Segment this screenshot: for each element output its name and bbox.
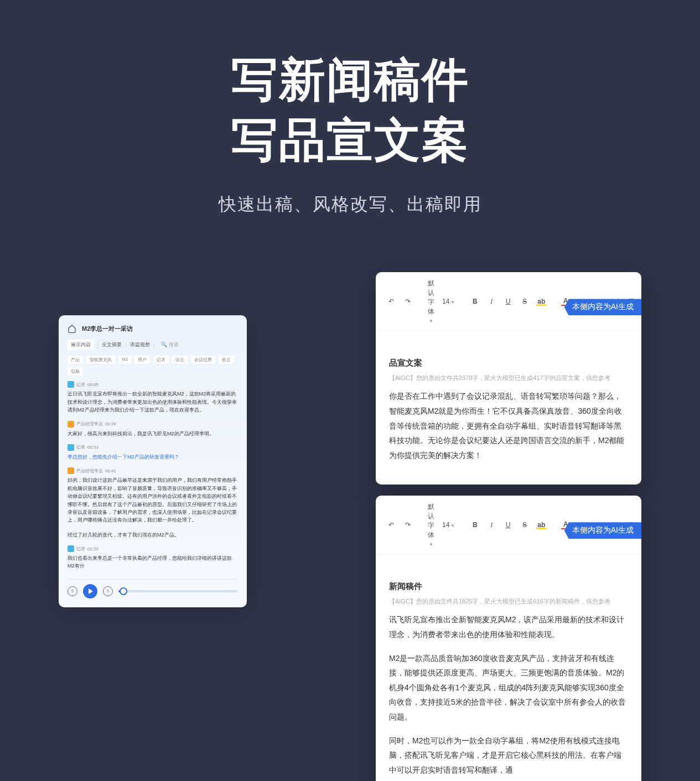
speaker-name: 记者 (76, 546, 85, 552)
message-text: 大家好，很高兴来到科技前沿，我是讯飞听见M2的产品经理李明。 (68, 430, 238, 438)
play-button[interactable] (83, 584, 97, 598)
highlight-button[interactable]: ab (537, 298, 546, 305)
ai-badge: 本侧内容为AI生成 (564, 522, 641, 539)
doc-text: 你是否在工作中遇到了会议记录混乱、语音转写繁琐等问题？那么，智能麦克风M2就是为… (389, 389, 628, 462)
tag-row: 产品智能麦克风M2用户记者语音会议纪要收音电脑 (68, 356, 238, 376)
hero-title: 写新闻稿件 写品宣文案 (0, 50, 700, 170)
timestamp: 00:33 (87, 445, 98, 450)
audio-player: 5 5 (68, 579, 238, 598)
tag[interactable]: M2 (118, 356, 131, 364)
speaker-name: 产品经理李总 (76, 421, 103, 427)
message-text: 近日讯飞听见宣布即将推出一款全新的智能麦克风M2，这款M2将采用最新的技术和设计… (68, 390, 238, 414)
tab-display[interactable]: 展示内容 (68, 340, 94, 350)
doc-meta: 【AIGC】您的原始文件共2378字，星火大模型已生成417字的品宣文案，供您参… (389, 374, 628, 382)
body-paragraph: 同时，M2也可以作为一款全自动字幕组，将M2使用有线模式连接电脑，搭配讯飞听见客… (389, 733, 628, 778)
speaker-name: 记者 (76, 444, 85, 450)
transcript-title: M2李总一对一采访 (82, 325, 133, 333)
hero: 写新闻稿件 写品宣文案 快速出稿、风格改写、出稿即用 (0, 0, 700, 217)
tag[interactable]: 智能麦克风 (86, 356, 115, 364)
body-paragraph: M2是一款高品质音响加360度收音麦克风产品，支持蓝牙和有线连接，能够提供还原度… (389, 651, 628, 725)
highlight-button[interactable]: ab (537, 521, 546, 529)
body-paragraph: 你是否在工作中遇到了会议记录混乱、语音转写繁琐等问题？那么，智能麦克风M2就是为… (389, 389, 628, 462)
speaker-name: 记者 (76, 382, 85, 388)
doc-title: 品宣文案 (389, 358, 628, 368)
doc-title: 新闻稿件 (389, 581, 628, 592)
italic-button[interactable]: I (487, 298, 496, 306)
home-icon[interactable] (68, 324, 76, 333)
tag[interactable]: 记者 (153, 356, 169, 364)
tag[interactable]: 语音 (172, 356, 188, 364)
avatar-icon (68, 545, 74, 552)
redo-button[interactable]: ↷ (403, 298, 412, 305)
ai-badge: 本侧内容为AI生成 (564, 299, 641, 315)
underline-button[interactable]: U (504, 298, 512, 305)
timestamp: 00:26 (105, 421, 116, 426)
message: 产品经理李总00:26大家好，很高兴来到科技前沿，我是讯飞听见M2的产品经理李明… (68, 421, 238, 438)
strike-button[interactable]: S (520, 521, 529, 529)
undo-button[interactable]: ↶ (387, 298, 396, 305)
avatar-icon (68, 444, 74, 451)
bold-button[interactable]: B (470, 298, 479, 305)
avatar-icon (68, 381, 74, 388)
font-dropdown[interactable]: 默认字体▼ (428, 502, 434, 548)
avatar-icon (68, 467, 74, 474)
bold-button[interactable]: B (470, 521, 479, 529)
message: 经过了好几轮的迭代，才有了我们现在的M2产品。 (68, 531, 238, 539)
message-text: 我们也看出来李总是一个非常执着的产品经理，您能给我们详细的讲讲这款M2有什 (68, 554, 238, 570)
tag[interactable]: 产品 (68, 356, 83, 364)
editor-card: ↶ ↷ 默认字体▼ 14▼ B I U S ab A ≡ ⋮≡ ☑ 本侧内容为A… (376, 272, 641, 485)
redo-button[interactable]: ↷ (403, 521, 412, 529)
message: 记者01:22我们也看出来李总是一个非常执着的产品经理，您能给我们详细的讲讲这款… (68, 545, 238, 570)
tab-summary[interactable]: 全文摘要 (102, 341, 122, 348)
avatar-icon (68, 421, 74, 428)
undo-button[interactable]: ↶ (387, 521, 396, 529)
font-dropdown[interactable]: 默认字体▼ (428, 279, 434, 324)
doc-meta: 【AIGC】您的原始文件共1825字，星火大模型已生成616字的新闻稿件，供您参… (389, 597, 628, 606)
strike-button[interactable]: S (520, 298, 529, 305)
rewind-button[interactable]: 5 (68, 586, 77, 596)
tag[interactable]: 会议纪要 (191, 356, 215, 364)
message: 记者00:33李总您好，您能先介绍一下M2产品的研发背景吗？ (68, 444, 238, 461)
timestamp: 00:41 (105, 468, 116, 473)
body-paragraph: 讯飞听见宣布推出全新智能麦克风M2，该产品采用最新的技术和设计理念，为消费者带来… (389, 612, 628, 642)
tag[interactable]: 收音 (219, 356, 234, 364)
hero-subtitle: 快速出稿、风格改写、出稿即用 (0, 192, 700, 217)
timestamp: 00:05 (87, 382, 98, 387)
progress-bar[interactable] (118, 590, 238, 592)
underline-button[interactable]: U (504, 521, 512, 529)
forward-button[interactable]: 5 (103, 586, 113, 596)
size-dropdown[interactable]: 14▼ (442, 298, 455, 305)
search-input[interactable]: 🔍 搜索 (158, 340, 238, 350)
message-text: 经过了好几轮的迭代，才有了我们现在的M2产品。 (68, 531, 238, 539)
tab-refine[interactable]: 语篇规整 (130, 341, 150, 348)
message-text: 好的，我们设计这款产品最早还是来源于我们的用户，我们有用户经常抱怨手机电脑识音效… (68, 476, 238, 524)
message: 记者00:05近日讯飞听见宣布即将推出一款全新的智能麦克风M2，这款M2将采用最… (68, 381, 238, 414)
message-text: 李总您好，您能先介绍一下M2产品的研发背景吗？ (68, 453, 238, 461)
editor-card: ↶ ↷ 默认字体▼ 14▼ B I U S ab A ≡ ⋮≡ ☑ 本侧内容为A… (376, 496, 641, 781)
tag[interactable]: 电脑 (68, 367, 83, 376)
doc-text: 讯飞听见宣布推出全新智能麦克风M2，该产品采用最新的技术和设计理念，为消费者带来… (389, 612, 628, 777)
italic-button[interactable]: I (487, 521, 496, 529)
size-dropdown[interactable]: 14▼ (442, 521, 455, 529)
speaker-name: 产品经理李总 (76, 468, 103, 474)
transcript-panel: M2李总一对一采访 展示内容 | 全文摘要 | 语篇规整 | 🔍 搜索 产品智能… (59, 315, 247, 607)
timestamp: 01:22 (87, 546, 98, 551)
message: 产品经理李总00:41好的，我们设计这款产品最早还是来源于我们的用户，我们有用户… (68, 467, 238, 524)
tag[interactable]: 用户 (134, 356, 150, 364)
